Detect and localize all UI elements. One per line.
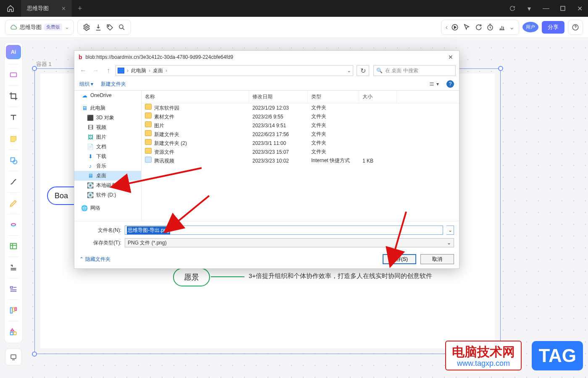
file-list-header[interactable]: 名称 修改日期 类型 大小 [142,91,459,103]
share-button[interactable]: 分享 [542,21,564,34]
col-size[interactable]: 大小 [359,91,397,103]
tree-ddrive[interactable]: 💽软件 (D:) [74,190,141,200]
maximize-icon[interactable] [554,0,571,17]
watermark-line1: 电脑技术网 [452,345,515,360]
filetype-value: PNG 文件 (*.png) [128,239,167,247]
minimize-icon[interactable]: — [538,0,554,17]
hide-folders-link[interactable]: ⌃ 隐藏文件夹 [79,256,110,263]
tree-cdrive[interactable]: 💽本地磁盘 (C:) [74,181,141,190]
crop-tool-icon[interactable] [6,88,21,105]
col-date[interactable]: 修改日期 [249,91,308,103]
file-row[interactable]: 腾讯视频2023/3/23 10:02Internet 快捷方式1 KB [142,156,459,165]
crumb-pc[interactable]: 此电脑 [131,67,146,74]
close-window-icon[interactable]: ✕ [571,0,588,17]
crumb-dropdown-icon[interactable]: ⌄ [347,68,351,74]
tree-music[interactable]: ♪音乐 [74,161,141,171]
organize-menu[interactable]: 组织 ▾ [79,81,93,88]
feedback-button[interactable] [5,349,22,365]
new-folder-button[interactable]: 新建文件夹 [101,81,126,88]
dialog-help-icon[interactable]: ? [446,80,454,88]
left-sidebar: Ai [4,42,23,343]
filename-input[interactable]: 思维导图-导出.png [125,226,443,235]
svg-rect-16 [10,332,13,335]
svg-point-3 [119,25,123,29]
resize-handle-ne[interactable] [498,66,503,71]
crumb-desktop[interactable]: 桌面 [153,67,163,74]
text-tool-icon[interactable] [6,109,21,126]
tree-network[interactable]: 🌐网络 [74,203,141,213]
ai-button[interactable]: Ai [6,45,21,59]
play-icon[interactable] [450,23,459,32]
kanban-tool-icon[interactable] [6,302,21,319]
svg-point-17 [13,332,16,335]
tree-downloads[interactable]: ⬇下载 [74,152,141,161]
new-tab-button[interactable]: + [72,4,88,13]
timer-icon[interactable] [486,23,495,32]
file-row[interactable]: 新建文件夹 (2)2023/3/1 11:00文件夹 [142,139,459,147]
gear-icon[interactable] [82,23,91,32]
tree-pictures[interactable]: 🖼图片 [74,132,141,142]
file-row[interactable]: 新建文件夹2022/6/23 17:56文件夹 [142,130,459,139]
dialog-close-icon[interactable]: ✕ [446,54,455,60]
dropdown-icon[interactable]: ▾ [521,0,538,17]
view-mode-menu[interactable]: ▾ [429,81,439,87]
link-tool-icon[interactable] [6,216,21,233]
chevron-down-icon[interactable]: ⌄ [65,24,69,30]
cursor-icon[interactable] [462,23,471,32]
svg-rect-13 [10,308,13,313]
home-icon[interactable] [0,0,21,17]
tree-onedrive[interactable]: ☁OneDrive [74,91,141,100]
filename-value: 思维导图-导出.png [127,226,170,234]
chevron-down-icon[interactable]: ⌄ [509,23,514,31]
tree-video[interactable]: 🎞视频 [74,123,141,132]
download-icon[interactable] [94,23,103,32]
shape-tool-icon[interactable] [6,152,21,169]
file-row[interactable]: 图片2023/3/14 9:51文件夹 [142,121,459,130]
list-tool-icon[interactable] [6,281,21,297]
table-tool-icon[interactable] [6,238,21,255]
search-input[interactable]: 🔍 在 桌面 中搜索 [373,65,456,76]
file-row[interactable]: 素材文件2023/2/6 9:55文件夹 [142,112,459,121]
file-row[interactable]: 河东软件园2023/1/29 12:03文件夹 [142,103,459,112]
shapes-misc-icon[interactable] [6,323,21,340]
tree-3d[interactable]: ⬛3D 对象 [74,113,141,123]
pen-tool-icon[interactable] [6,195,21,212]
chart-icon[interactable] [497,23,507,32]
breadcrumb[interactable]: › 此电脑 › 桌面 › ⌄ [116,65,353,76]
chat-icon[interactable] [474,23,483,32]
watermark-site: 电脑技术网 www.tagxp.com [445,341,522,370]
rect-tool-icon[interactable] [6,66,21,83]
filetype-dropdown-icon[interactable]: ⌄ [447,240,451,246]
tree-desktop[interactable]: 🖥桌面 [74,171,141,181]
tag-icon[interactable] [105,23,115,32]
save-button[interactable]: 保存(S) [383,254,416,264]
chevron-left-icon[interactable]: ‹ [446,24,448,31]
resize-handle-nw[interactable] [32,66,37,71]
search-icon[interactable] [117,23,126,32]
sticky-note-icon[interactable] [6,131,21,147]
refresh-icon[interactable] [504,0,521,17]
svg-point-2 [108,25,109,26]
app-logo-icon: b [79,54,82,60]
filetype-label: 保存类型(T): [79,239,121,247]
nav-up-icon[interactable]: ↑ [103,66,114,76]
close-tab-icon[interactable]: ✕ [59,5,68,12]
filetype-select[interactable]: PNG 文件 (*.png) ⌄ [125,238,454,247]
folder-tree[interactable]: ☁OneDrive 🖥此电脑 ⬛3D 对象 🎞视频 🖼图片 📄文档 ⬇下载 ♪音… [74,91,142,221]
resize-handle-sw[interactable] [32,352,37,357]
text-block-icon[interactable] [6,259,21,276]
file-row[interactable]: 资源文件2023/3/23 15:07文件夹 [142,147,459,156]
user-avatar[interactable]: 用户 [522,22,538,32]
mind-node-vision[interactable]: 愿景 [173,268,210,286]
nav-back-icon[interactable]: ← [78,66,89,76]
filename-dropdown-icon[interactable]: ⌄ [446,226,454,235]
col-name[interactable]: 名称 [142,91,249,103]
tree-docs[interactable]: 📄文档 [74,142,141,152]
connector-tool-icon[interactable] [6,173,21,190]
col-type[interactable]: 类型 [308,91,359,103]
tab-mindmap[interactable]: 思维导图 ✕ [21,0,72,17]
tree-pc[interactable]: 🖥此电脑 [74,103,141,113]
help-button[interactable] [568,20,583,35]
nav-refresh-icon[interactable]: ↻ [357,65,369,76]
cancel-button[interactable]: 取消 [420,254,454,264]
